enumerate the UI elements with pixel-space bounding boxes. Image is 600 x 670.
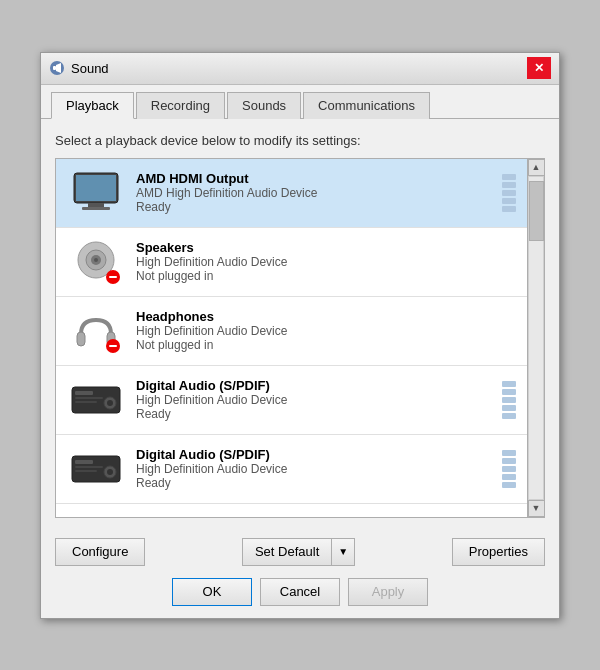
digital-audio-icon-2 bbox=[70, 452, 122, 486]
volume-bar bbox=[502, 450, 516, 456]
volume-bars-4 bbox=[501, 450, 517, 488]
set-default-dropdown[interactable]: ▼ bbox=[332, 538, 355, 566]
volume-bar bbox=[502, 182, 516, 188]
device-status-2: Not plugged in bbox=[136, 338, 517, 352]
device-driver-1: High Definition Audio Device bbox=[136, 255, 517, 269]
volume-bar bbox=[502, 482, 516, 488]
dialog-icon bbox=[49, 60, 65, 76]
tab-bar: Playback Recording Sounds Communications bbox=[41, 85, 559, 119]
badge-red-1 bbox=[106, 270, 120, 284]
set-default-group: Set Default ▼ bbox=[242, 538, 355, 566]
device-info-4: Digital Audio (S/PDIF) High Definition A… bbox=[126, 447, 501, 490]
volume-bar bbox=[502, 198, 516, 204]
cancel-button[interactable]: Cancel bbox=[260, 578, 340, 606]
tab-description: Select a playback device below to modify… bbox=[55, 133, 545, 148]
ok-button[interactable]: OK bbox=[172, 578, 252, 606]
device-driver-0: AMD High Definition Audio Device bbox=[136, 186, 501, 200]
tab-recording[interactable]: Recording bbox=[136, 92, 225, 119]
dialog-title: Sound bbox=[71, 61, 109, 76]
device-item-0[interactable]: AMD HDMI Output AMD High Definition Audi… bbox=[56, 159, 527, 228]
svg-rect-15 bbox=[75, 397, 103, 399]
device-info-0: AMD HDMI Output AMD High Definition Audi… bbox=[126, 171, 501, 214]
scroll-track[interactable] bbox=[528, 176, 544, 500]
configure-button[interactable]: Configure bbox=[55, 538, 145, 566]
device-icon-wrap-4 bbox=[66, 443, 126, 495]
device-name-2: Headphones bbox=[136, 309, 517, 324]
properties-button[interactable]: Properties bbox=[452, 538, 545, 566]
close-button[interactable]: ✕ bbox=[527, 57, 551, 79]
device-driver-4: High Definition Audio Device bbox=[136, 462, 501, 476]
volume-bar bbox=[502, 190, 516, 196]
svg-rect-21 bbox=[75, 466, 103, 468]
device-item-2[interactable]: Headphones High Definition Audio Device … bbox=[56, 297, 527, 366]
device-name-0: AMD HDMI Output bbox=[136, 171, 501, 186]
device-list: AMD HDMI Output AMD High Definition Audi… bbox=[55, 158, 545, 518]
svg-rect-1 bbox=[53, 66, 56, 70]
volume-bars-0 bbox=[501, 174, 517, 212]
bottom-buttons-row1: Configure Set Default ▼ Properties bbox=[41, 528, 559, 574]
device-status-4: Ready bbox=[136, 476, 501, 490]
volume-bar bbox=[502, 405, 516, 411]
sound-dialog: Sound ✕ Playback Recording Sounds Commun… bbox=[40, 52, 560, 619]
device-item-4[interactable]: Digital Audio (S/PDIF) High Definition A… bbox=[56, 435, 527, 504]
device-icon-wrap-3 bbox=[66, 374, 126, 426]
device-icon-wrap-0 bbox=[66, 167, 126, 219]
scroll-thumb[interactable] bbox=[529, 181, 544, 241]
device-info-3: Digital Audio (S/PDIF) High Definition A… bbox=[126, 378, 501, 421]
device-status-3: Ready bbox=[136, 407, 501, 421]
scroll-up-arrow[interactable]: ▲ bbox=[528, 159, 545, 176]
svg-point-10 bbox=[94, 258, 98, 262]
set-default-button[interactable]: Set Default bbox=[242, 538, 332, 566]
volume-bar bbox=[502, 389, 516, 395]
device-status-1: Not plugged in bbox=[136, 269, 517, 283]
scroll-down-arrow[interactable]: ▼ bbox=[528, 500, 545, 517]
device-info-1: Speakers High Definition Audio Device No… bbox=[126, 240, 517, 283]
svg-point-18 bbox=[107, 400, 113, 406]
tab-communications[interactable]: Communications bbox=[303, 92, 430, 119]
device-icon-wrap-2 bbox=[66, 305, 126, 357]
svg-rect-14 bbox=[75, 391, 93, 395]
scrollbar[interactable]: ▲ ▼ bbox=[527, 159, 544, 517]
tab-playback[interactable]: Playback bbox=[51, 92, 134, 119]
device-status-0: Ready bbox=[136, 200, 501, 214]
device-driver-3: High Definition Audio Device bbox=[136, 393, 501, 407]
device-list-inner: AMD HDMI Output AMD High Definition Audi… bbox=[56, 159, 527, 517]
device-driver-2: High Definition Audio Device bbox=[136, 324, 517, 338]
svg-rect-16 bbox=[75, 401, 97, 403]
tab-sounds[interactable]: Sounds bbox=[227, 92, 301, 119]
svg-rect-5 bbox=[88, 203, 104, 207]
device-item-1[interactable]: Speakers High Definition Audio Device No… bbox=[56, 228, 527, 297]
volume-bar bbox=[502, 413, 516, 419]
svg-rect-6 bbox=[82, 207, 110, 210]
svg-rect-4 bbox=[76, 175, 116, 201]
svg-rect-22 bbox=[75, 470, 97, 472]
volume-bar bbox=[502, 174, 516, 180]
tab-content: Select a playback device below to modify… bbox=[41, 119, 559, 528]
volume-bar bbox=[502, 466, 516, 472]
volume-bar bbox=[502, 381, 516, 387]
volume-bar bbox=[502, 458, 516, 464]
digital-audio-icon-1 bbox=[70, 383, 122, 417]
ok-cancel-row: OK Cancel Apply bbox=[41, 574, 559, 618]
volume-bar bbox=[502, 397, 516, 403]
device-info-2: Headphones High Definition Audio Device … bbox=[126, 309, 517, 352]
volume-bars-3 bbox=[501, 381, 517, 419]
volume-bar bbox=[502, 206, 516, 212]
monitor-icon bbox=[70, 171, 122, 215]
svg-point-24 bbox=[107, 469, 113, 475]
apply-button[interactable]: Apply bbox=[348, 578, 428, 606]
device-name-4: Digital Audio (S/PDIF) bbox=[136, 447, 501, 462]
volume-bar bbox=[502, 474, 516, 480]
badge-red-2 bbox=[106, 339, 120, 353]
device-name-3: Digital Audio (S/PDIF) bbox=[136, 378, 501, 393]
title-bar-left: Sound bbox=[49, 60, 109, 76]
svg-rect-11 bbox=[77, 332, 85, 346]
device-item-3[interactable]: Digital Audio (S/PDIF) High Definition A… bbox=[56, 366, 527, 435]
title-bar: Sound ✕ bbox=[41, 53, 559, 85]
device-name-1: Speakers bbox=[136, 240, 517, 255]
device-icon-wrap-1 bbox=[66, 236, 126, 288]
svg-rect-20 bbox=[75, 460, 93, 464]
